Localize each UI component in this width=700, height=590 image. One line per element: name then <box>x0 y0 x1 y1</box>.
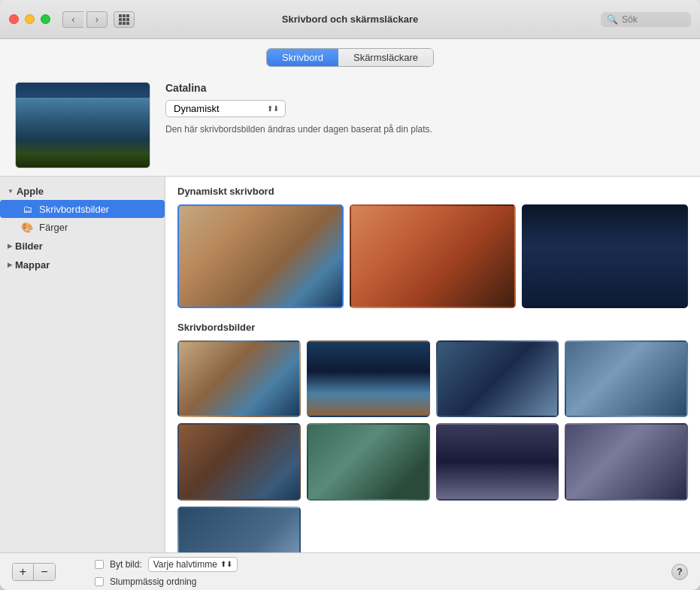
thumb-catalina-sunset[interactable] <box>350 204 516 308</box>
search-icon: 🔍 <box>607 14 618 25</box>
close-button[interactable] <box>9 14 19 24</box>
thumb-static-8[interactable] <box>565 423 688 500</box>
sidebar-bilder-label: Bilder <box>15 241 43 252</box>
sidebar-header-mappar[interactable]: ▶ Mappar <box>0 256 165 274</box>
bottom-bar: + − Byt bild: Varje halvtimme ⬆⬇ Slumpmä… <box>0 552 700 590</box>
search-input[interactable] <box>622 14 682 25</box>
add-remove-group: + − <box>12 563 56 581</box>
help-button[interactable]: ? <box>671 564 688 580</box>
bottom-options: Byt bild: Varje halvtimme ⬆⬇ Slumpmässig… <box>95 557 238 587</box>
sidebar-header-bilder[interactable]: ▶ Bilder <box>0 238 165 255</box>
gallery-section-static-title: Skrivbordsbilder <box>177 322 688 333</box>
traffic-lights <box>9 14 50 24</box>
sidebar-item-farger[interactable]: 🎨 Färger <box>0 218 165 236</box>
triangle-right-icon-mappar: ▶ <box>8 262 12 268</box>
sidebar-skrivbordsbilder-label: Skrivbordsbilder <box>39 204 109 215</box>
body-area: ▼ Apple 🗂 Skrivbordsbilder 🎨 Färger ▶ Bi… <box>0 176 700 552</box>
wallpaper-name-label: Catalina <box>165 82 685 94</box>
remove-button[interactable]: − <box>34 564 55 580</box>
tabs-row: Skrivbord Skärmsläckare <box>0 39 700 73</box>
window-title: Skrivbord och skärmsläckare <box>282 14 418 25</box>
thumb-static-partial[interactable] <box>177 507 301 552</box>
folder-icon: 🗂 <box>21 203 33 215</box>
top-section: Catalina Dynamiskt ⬆⬇ Den här skrivbords… <box>0 73 700 176</box>
dropdown-row: Dynamiskt ⬆⬇ <box>165 100 685 117</box>
change-image-label: Byt bild: <box>110 559 142 570</box>
random-order-label: Slumpmässig ordning <box>110 576 196 587</box>
forward-button[interactable]: › <box>86 11 108 28</box>
sidebar: ▼ Apple 🗂 Skrivbordsbilder 🎨 Färger ▶ Bi… <box>0 177 165 552</box>
dropdown-value: Dynamiskt <box>174 103 220 114</box>
thumb-static-6[interactable] <box>307 423 430 500</box>
thumb-static-2[interactable] <box>307 340 430 417</box>
sidebar-item-skrivbordsbilder[interactable]: 🗂 Skrivbordsbilder <box>0 200 165 218</box>
grid-view-button[interactable] <box>114 11 135 28</box>
gallery-dynamic-grid <box>177 204 688 308</box>
settings-area: Catalina Dynamiskt ⬆⬇ Den här skrivbords… <box>165 82 685 136</box>
sidebar-farger-label: Färger <box>39 222 68 233</box>
tab-skrivbord[interactable]: Skrivbord <box>267 49 338 66</box>
thumb-catalina-night[interactable] <box>522 204 688 308</box>
titlebar: ‹ › Skrivbord och skärmsläckare 🔍 <box>0 0 700 39</box>
colors-icon: 🎨 <box>21 221 33 233</box>
interval-arrows-icon: ⬆⬇ <box>220 560 232 568</box>
random-order-row: Slumpmässig ordning <box>95 576 238 587</box>
triangle-right-icon-bilder: ▶ <box>8 243 12 250</box>
gallery-static-grid <box>177 340 688 552</box>
wallpaper-description: Den här skrivbordsbilden ändras under da… <box>165 123 685 136</box>
back-button[interactable]: ‹ <box>62 11 83 28</box>
sidebar-section-apple: ▼ Apple 🗂 Skrivbordsbilder 🎨 Färger <box>0 183 165 236</box>
interval-value: Varje halvtimme <box>153 559 217 570</box>
change-image-row: Byt bild: Varje halvtimme ⬆⬇ <box>95 557 238 572</box>
tab-group: Skrivbord Skärmsläckare <box>266 48 434 67</box>
sidebar-apple-label: Apple <box>17 186 44 197</box>
sidebar-section-bilder: ▶ Bilder <box>0 238 165 255</box>
change-image-checkbox[interactable] <box>95 560 104 569</box>
thumb-static-1[interactable] <box>177 340 301 417</box>
triangle-down-icon: ▼ <box>8 188 14 195</box>
add-button[interactable]: + <box>13 564 34 580</box>
thumb-static-5[interactable] <box>177 423 301 500</box>
preview-island <box>16 98 150 168</box>
minimize-button[interactable] <box>25 14 35 24</box>
main-window: ‹ › Skrivbord och skärmsläckare 🔍 Skrivb… <box>0 0 700 590</box>
random-order-checkbox[interactable] <box>95 577 104 586</box>
wallpaper-preview <box>15 82 150 168</box>
thumb-static-7[interactable] <box>436 423 559 500</box>
tab-skarmsläckare[interactable]: Skärmsläckare <box>338 49 433 66</box>
sidebar-header-apple[interactable]: ▼ Apple <box>0 183 165 200</box>
sidebar-mappar-label: Mappar <box>15 259 50 271</box>
search-box[interactable]: 🔍 <box>601 12 691 27</box>
gallery-area: Dynamiskt skrivbord Skrivbordsbilder <box>165 177 700 552</box>
thumb-static-3[interactable] <box>436 340 559 417</box>
gallery-section-dynamic-title: Dynamiskt skrivbord <box>177 186 688 197</box>
thumb-catalina-day[interactable] <box>177 204 344 308</box>
maximize-button[interactable] <box>41 14 50 24</box>
dropdown-arrows-icon: ⬆⬇ <box>267 104 279 113</box>
thumb-static-4[interactable] <box>565 340 688 417</box>
interval-dropdown[interactable]: Varje halvtimme ⬆⬇ <box>148 557 238 572</box>
grid-icon <box>119 14 129 25</box>
dynamic-dropdown[interactable]: Dynamiskt ⬆⬇ <box>165 100 286 117</box>
nav-buttons: ‹ › <box>62 11 108 28</box>
sidebar-section-mappar: ▶ Mappar <box>0 256 165 274</box>
